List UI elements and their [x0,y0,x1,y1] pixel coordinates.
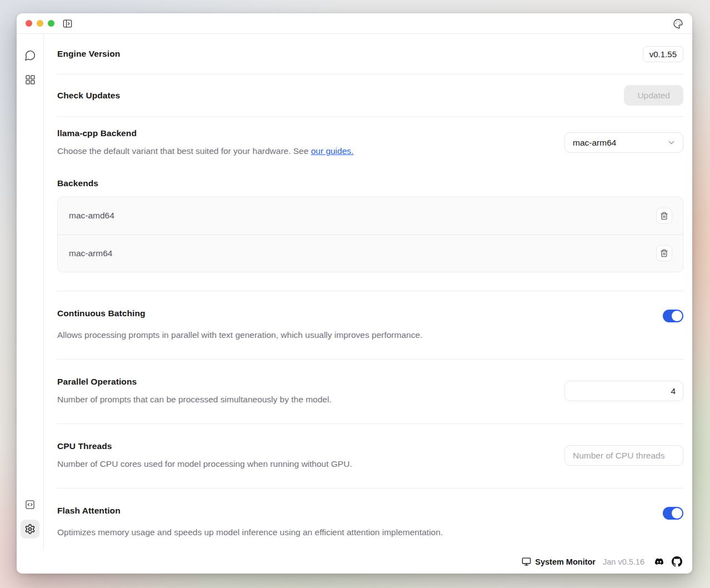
flash-attention-description: Optimizes memory usage and speeds up mod… [57,527,683,539]
backend-select[interactable]: mac-arm64 [564,132,683,153]
trash-icon [660,212,668,220]
continuous-batching-description: Allows processing prompts in parallel wi… [57,330,683,341]
parallel-operations-row: Parallel Operations Number of prompts th… [57,360,683,424]
continuous-batching-toggle[interactable] [663,310,683,322]
chevron-down-icon [667,138,676,147]
continuous-batching-label: Continuous Batching [57,308,146,318]
app-window: Engine Version v0.1.55 Check Updates Upd… [17,13,692,574]
system-monitor-button[interactable]: System Monitor [522,557,596,566]
cpu-threads-row: CPU Threads Number of CPU cores used for… [57,424,683,489]
discord-icon[interactable] [654,557,664,566]
sidebar-item-local-api[interactable] [21,495,39,514]
sidebar [17,34,44,551]
app-version: Jan v0.5.16 [603,557,644,566]
code-icon [24,499,36,510]
gear-icon [24,524,36,535]
monitor-icon [522,557,531,566]
sidebar-item-hub[interactable] [21,70,39,89]
engine-version-label: Engine Version [57,49,120,59]
apps-grid-icon [24,74,36,86]
titlebar [17,13,692,34]
flash-attention-toggle[interactable] [663,507,683,520]
cpu-threads-description: Number of CPU cores used for model proce… [57,459,548,470]
settings-panel: Engine Version v0.1.55 Check Updates Upd… [44,34,692,551]
github-icon[interactable] [672,556,682,567]
backend-item-name: mac-arm64 [69,248,112,258]
list-item: mac-arm64 [58,235,683,272]
check-updates-label: Check Updates [57,91,120,101]
backends-label: Backends [57,178,683,188]
parallel-operations-description: Number of prompts that can be processed … [57,394,548,406]
engine-version-badge: v0.1.55 [643,46,683,62]
parallel-operations-label: Parallel Operations [57,377,548,387]
backend-label: llama-cpp Backend [57,128,548,138]
zoom-button[interactable] [48,20,54,27]
list-item: mac-amd64 [58,197,683,235]
trash-icon [660,249,668,257]
delete-backend-button[interactable] [656,245,672,261]
check-updates-button[interactable]: Updated [624,85,683,106]
sidebar-item-settings[interactable] [21,520,39,539]
backend-row: llama-cpp Backend Choose the default var… [57,117,683,167]
parallel-operations-input[interactable] [564,381,683,401]
engine-version-row: Engine Version v0.1.55 [57,34,683,74]
flash-attention-label: Flash Attention [57,506,121,516]
backend-description: Choose the default variant that best sui… [57,146,548,157]
cpu-threads-input[interactable] [564,445,683,466]
close-button[interactable] [26,20,32,27]
check-updates-row: Check Updates Updated [57,74,683,117]
minimize-button[interactable] [37,20,43,27]
flash-attention-row: Flash Attention Optimizes memory usage a… [57,489,683,551]
palette-icon[interactable] [673,18,683,29]
panel-toggle-icon[interactable] [62,18,73,29]
backends-list: mac-amd64 mac-arm64 [57,197,683,272]
status-bar: System Monitor Jan v0.5.16 [17,551,692,574]
continuous-batching-row: Continuous Batching Allows processing pr… [57,291,683,360]
backend-item-name: mac-amd64 [69,211,114,221]
cpu-threads-label: CPU Threads [57,441,548,451]
backends-section: Backends mac-amd64 mac-arm64 [57,167,683,291]
system-monitor-label: System Monitor [535,557,596,566]
guides-link[interactable]: our guides. [311,146,354,156]
delete-backend-button[interactable] [656,208,672,224]
traffic-lights [26,20,54,27]
backend-select-value: mac-arm64 [573,138,616,148]
chat-icon [24,49,36,61]
sidebar-item-chat[interactable] [21,46,39,64]
